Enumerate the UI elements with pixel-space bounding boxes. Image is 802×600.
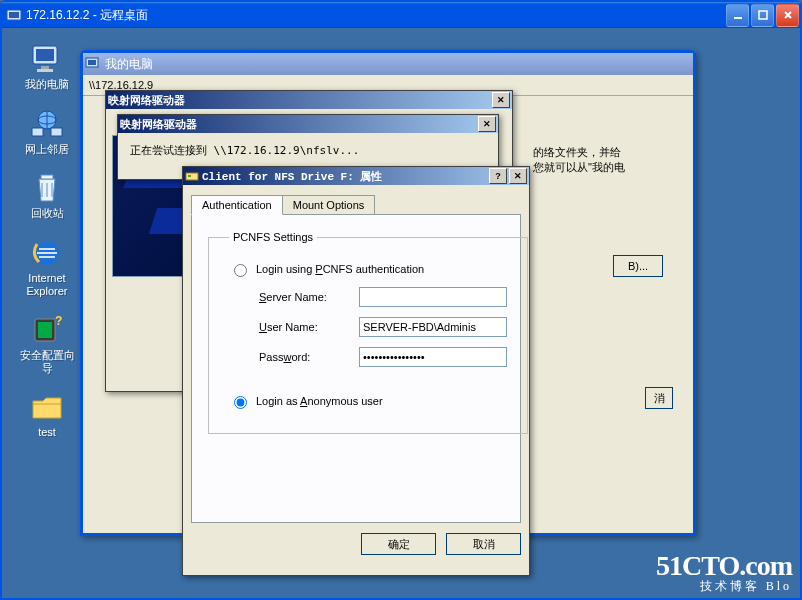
ie-icon (28, 236, 66, 270)
desktop-icon-test[interactable]: test (10, 390, 84, 439)
map-drive-hint: 的络文件夹，并给 您就可以从"我的电 (533, 145, 683, 175)
rdp-maximize-button[interactable] (751, 4, 774, 27)
drive-icon (185, 169, 199, 183)
svg-rect-1 (9, 12, 19, 18)
watermark-line2: 技术博客 Blo (656, 580, 792, 592)
cancel-button-fragment[interactable]: 消 (645, 387, 673, 409)
remote-desktop-titlebar[interactable]: 172.16.12.2 - 远程桌面 (2, 2, 800, 28)
server-name-input[interactable] (359, 287, 507, 307)
rdp-minimize-button[interactable] (726, 4, 749, 27)
nfs-drive-properties-dialog[interactable]: Client for NFS Drive F: 属性 ? ✕ Authentic… (182, 166, 530, 576)
radio-anonymous-input[interactable] (234, 396, 247, 409)
password-label: Password: (259, 351, 359, 363)
recycle-bin-icon (28, 171, 66, 205)
desktop-icon-label: Internet Explorer (27, 272, 68, 297)
password-row: Password: (259, 347, 507, 367)
rdp-close-button[interactable] (776, 4, 799, 27)
svg-rect-12 (41, 175, 53, 179)
remote-desktop-title: 172.16.12.2 - 远程桌面 (26, 7, 148, 24)
radio-pcnfs-auth[interactable]: Login using PCNFS authentication (229, 261, 507, 277)
desktop-icon-label: 安全配置向 导 (20, 349, 75, 374)
help-icon[interactable]: ? (489, 168, 507, 184)
server-name-row: Server Name: (259, 287, 507, 307)
map-drive-title: 映射网络驱动器 (108, 93, 185, 108)
pcnfs-settings-group: PCNFS Settings Login using PCNFS authent… (208, 231, 528, 434)
radio-anonymous-label: Login as Anonymous user (256, 395, 383, 407)
map-drive-connecting-title: 映射网络驱动器 (120, 117, 197, 132)
browse-button[interactable]: B)... (613, 255, 663, 277)
connecting-status-text: 正在尝试连接到 \\172.16.12.9\nfslv... (126, 137, 490, 164)
computer-icon (85, 56, 101, 72)
desktop-icons: 我的电脑 网上邻居 回收站 Internet Explorer (8, 42, 86, 439)
svg-rect-2 (734, 17, 742, 19)
watermark: 51CTO.com 技术博客 Blo (656, 552, 792, 592)
svg-rect-5 (36, 49, 54, 61)
watermark-line1: 51CTO.com (656, 552, 792, 580)
dialog-button-row: 确定 取消 (191, 533, 521, 555)
my-computer-title: 我的电脑 (105, 56, 153, 73)
svg-rect-11 (51, 128, 62, 136)
security-wizard-icon: ? (28, 313, 66, 347)
user-name-label: User Name: (259, 321, 359, 333)
nfs-dialog-title: Client for NFS Drive F: 属性 (202, 169, 382, 184)
tab-panel-authentication: PCNFS Settings Login using PCNFS authent… (191, 215, 521, 523)
map-drive-titlebar[interactable]: 映射网络驱动器 ✕ (106, 91, 512, 109)
browse-button-fragment[interactable]: B)... (613, 255, 663, 277)
folder-icon (28, 390, 66, 424)
network-icon (28, 107, 66, 141)
svg-rect-7 (37, 69, 53, 72)
remote-desktop-area: 我的电脑 网上邻居 回收站 Internet Explorer (2, 28, 800, 598)
tab-mount-options[interactable]: Mount Options (282, 195, 376, 214)
desktop-icon-scw[interactable]: ? 安全配置向 导 (10, 313, 84, 374)
cancel-button-fragment[interactable]: 消 (645, 387, 673, 409)
cancel-button[interactable]: 取消 (446, 533, 521, 555)
svg-rect-3 (759, 11, 767, 19)
desktop-icon-ie[interactable]: Internet Explorer (10, 236, 84, 297)
nfs-tabs: Authentication Mount Options (191, 193, 521, 215)
tab-authentication[interactable]: Authentication (191, 195, 283, 215)
svg-rect-15 (38, 322, 52, 338)
desktop-icon-recycle[interactable]: 回收站 (10, 171, 84, 220)
svg-text:?: ? (55, 314, 62, 328)
map-drive-connecting-titlebar[interactable]: 映射网络驱动器 ✕ (118, 115, 498, 133)
desktop-icon-label: 回收站 (31, 207, 64, 220)
svg-rect-20 (188, 175, 191, 177)
desktop-icon-network[interactable]: 网上邻居 (10, 107, 84, 156)
radio-pcnfs-input[interactable] (234, 264, 247, 277)
radio-anonymous[interactable]: Login as Anonymous user (229, 393, 507, 409)
svg-rect-10 (32, 128, 43, 136)
desktop-icon-label: 我的电脑 (25, 78, 69, 91)
close-icon[interactable]: ✕ (478, 116, 496, 132)
server-name-label: Server Name: (259, 291, 359, 303)
remote-desktop-window: 172.16.12.2 - 远程桌面 我的电脑 网上邻居 (0, 0, 802, 600)
svg-rect-19 (186, 173, 198, 180)
computer-icon (28, 42, 66, 76)
nfs-dialog-titlebar[interactable]: Client for NFS Drive F: 属性 ? ✕ (183, 167, 529, 185)
my-computer-titlebar[interactable]: 我的电脑 (83, 53, 693, 75)
desktop-icon-label: 网上邻居 (25, 143, 69, 156)
radio-pcnfs-label: Login using PCNFS authentication (256, 263, 424, 275)
close-icon[interactable]: ✕ (492, 92, 510, 108)
ok-button[interactable]: 确定 (361, 533, 436, 555)
close-icon[interactable]: ✕ (509, 168, 527, 184)
user-name-row: User Name: (259, 317, 507, 337)
desktop-icon-mycomputer[interactable]: 我的电脑 (10, 42, 84, 91)
rdp-icon (6, 7, 22, 23)
svg-rect-18 (88, 60, 96, 65)
pcnfs-group-label: PCNFS Settings (229, 231, 317, 243)
user-name-input[interactable] (359, 317, 507, 337)
svg-rect-6 (41, 66, 49, 69)
password-input[interactable] (359, 347, 507, 367)
desktop-icon-label: test (38, 426, 56, 439)
